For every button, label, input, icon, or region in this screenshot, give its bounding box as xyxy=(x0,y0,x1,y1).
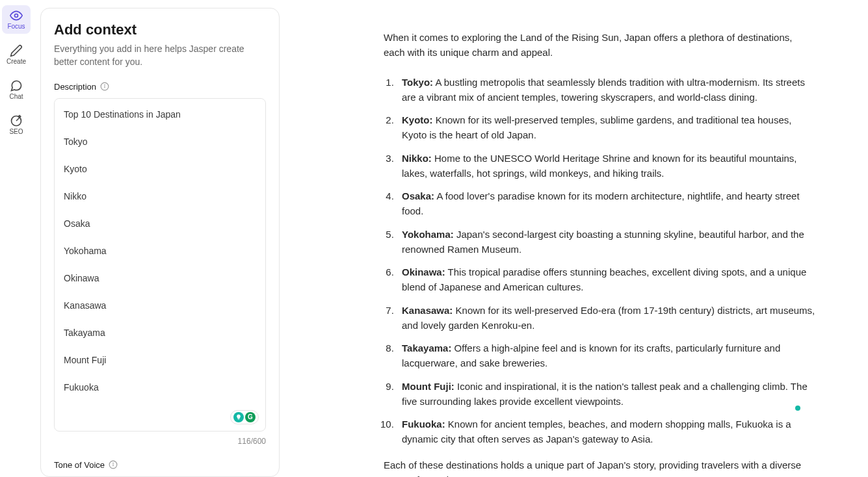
sidebar-item-label: SEO xyxy=(9,129,23,135)
outro-text: Each of these destinations holds a uniqu… xyxy=(384,458,816,478)
item-text: Home to the UNESCO World Heritage Shrine… xyxy=(402,153,797,179)
editor-content[interactable]: When it comes to exploring the Land of t… xyxy=(280,0,868,477)
item-name: Tokyo: xyxy=(402,77,433,88)
article-outro: Each of these destinations holds a uniqu… xyxy=(384,458,816,478)
char-count: 116/600 xyxy=(54,437,266,446)
list-item: Takayama: Offers a high-alpine feel and … xyxy=(397,341,816,371)
item-text: This tropical paradise offers stunning b… xyxy=(402,266,806,292)
list-item: Kyoto: Known for its well-preserved temp… xyxy=(397,112,816,143)
status-dot xyxy=(795,406,800,411)
item-name: Yokohama: xyxy=(402,229,454,240)
app-sidebar: Focus Create Chat SEO xyxy=(0,0,33,477)
list-item: Osaka: A food lover's paradise known for… xyxy=(397,188,816,219)
item-text: Known for its well-preserved Edo-era (fr… xyxy=(402,305,815,331)
tone-label: Tone of Voice xyxy=(54,460,105,470)
description-input[interactable]: Top 10 Destinations in Japan Tokyo Kyoto… xyxy=(54,98,266,432)
svg-point-0 xyxy=(15,14,18,18)
list-item: Yokohama: Japan's second-largest city bo… xyxy=(397,227,816,257)
description-label: Description xyxy=(54,82,96,92)
item-name: Osaka: xyxy=(402,190,434,201)
sidebar-item-label: Chat xyxy=(9,94,23,100)
bulb-icon[interactable] xyxy=(233,412,244,422)
svg-point-7 xyxy=(113,463,114,463)
sidebar-item-chat[interactable]: Chat xyxy=(2,75,31,104)
destination-list: Tokyo: A bustling metropolis that seamle… xyxy=(384,75,816,447)
grammarly-icon[interactable]: G xyxy=(245,412,256,422)
item-text: Known for its well-preserved temples, su… xyxy=(402,114,791,140)
svg-point-4 xyxy=(105,84,105,85)
target-icon xyxy=(10,114,23,127)
item-text: A bustling metropolis that seamlessly bl… xyxy=(402,77,805,103)
item-text: Known for ancient temples, beaches, and … xyxy=(402,419,791,445)
item-name: Takayama: xyxy=(402,342,451,354)
item-text: Japan's second-largest city boasting a s… xyxy=(402,229,804,255)
tone-label-row: Tone of Voice xyxy=(54,460,266,470)
context-subtitle: Everything you add in here helps Jasper … xyxy=(54,42,266,69)
list-item: Tokyo: A bustling metropolis that seamle… xyxy=(397,75,816,105)
sidebar-item-label: Focus xyxy=(7,23,25,30)
description-label-row: Description xyxy=(54,82,266,92)
info-icon[interactable] xyxy=(100,82,109,91)
assistant-badges: G xyxy=(230,410,259,424)
sidebar-item-label: Create xyxy=(7,58,26,65)
item-name: Mount Fuji: xyxy=(402,381,454,392)
item-name: Fukuoka: xyxy=(402,419,445,430)
item-name: Kyoto: xyxy=(402,114,433,125)
list-item: Mount Fuji: Iconic and inspirational, it… xyxy=(397,379,816,409)
item-text: Offers a high-alpine feel and is known f… xyxy=(402,342,780,368)
item-text: Iconic and inspirational, it is the nati… xyxy=(402,381,808,407)
pencil-icon xyxy=(10,44,23,57)
list-item: Kanasawa: Known for its well-preserved E… xyxy=(397,303,816,333)
item-name: Kanasawa: xyxy=(402,305,453,316)
sidebar-item-seo[interactable]: SEO xyxy=(2,110,31,139)
context-panel: Add context Everything you add in here h… xyxy=(33,0,280,477)
context-title: Add context xyxy=(54,21,266,38)
description-text: Top 10 Destinations in Japan Tokyo Kyoto… xyxy=(64,109,181,393)
list-item: Fukuoka: Known for ancient temples, beac… xyxy=(397,417,816,447)
context-card: Add context Everything you add in here h… xyxy=(40,8,280,477)
chat-icon xyxy=(10,79,23,92)
info-icon[interactable] xyxy=(109,460,118,469)
list-item: Okinawa: This tropical paradise offers s… xyxy=(397,264,816,295)
list-item: Nikko: Home to the UNESCO World Heritage… xyxy=(397,151,816,181)
sidebar-item-create[interactable]: Create xyxy=(2,40,31,69)
item-name: Okinawa: xyxy=(402,266,445,277)
sidebar-item-focus[interactable]: Focus xyxy=(2,5,31,34)
article-intro: When it comes to exploring the Land of t… xyxy=(384,30,816,60)
item-text: A food lover's paradise known for its mo… xyxy=(402,190,800,216)
eye-icon xyxy=(10,9,23,22)
item-name: Nikko: xyxy=(402,153,432,164)
